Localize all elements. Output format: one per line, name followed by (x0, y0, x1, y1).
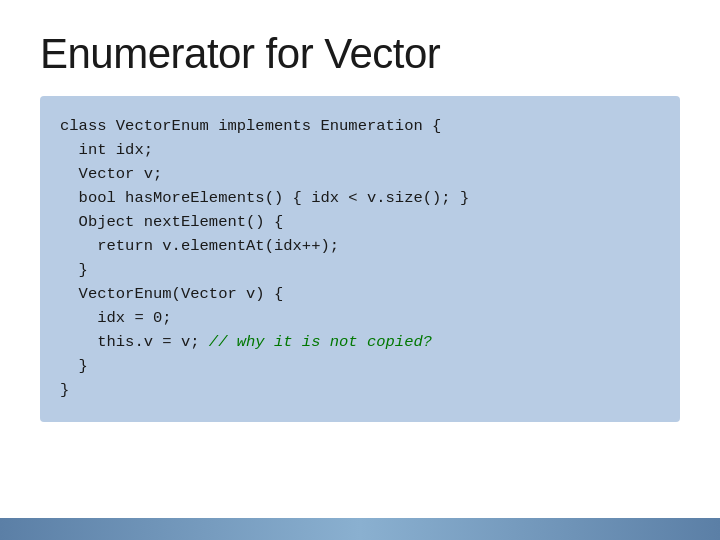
code-line-4: bool hasMoreElements() { idx < v.size();… (60, 186, 660, 210)
bottom-bar (0, 518, 720, 540)
page-title: Enumerator for Vector (40, 30, 680, 78)
code-line-6: return v.elementAt(idx++); (60, 234, 660, 258)
code-block: class VectorEnum implements Enumeration … (40, 96, 680, 422)
code-line-2: int idx; (60, 138, 660, 162)
code-line-9: idx = 0; (60, 306, 660, 330)
code-line-10: this.v = v; // why it is not copied? (60, 330, 660, 354)
code-line-3: Vector v; (60, 162, 660, 186)
code-line-5: Object nextElement() { (60, 210, 660, 234)
code-line-7: } (60, 258, 660, 282)
code-line-12: } (60, 378, 660, 402)
code-line-1: class VectorEnum implements Enumeration … (60, 114, 660, 138)
slide: Enumerator for Vector class VectorEnum i… (0, 0, 720, 540)
code-line-8: VectorEnum(Vector v) { (60, 282, 660, 306)
code-line-11: } (60, 354, 660, 378)
code-comment: // why it is not copied? (209, 333, 432, 351)
